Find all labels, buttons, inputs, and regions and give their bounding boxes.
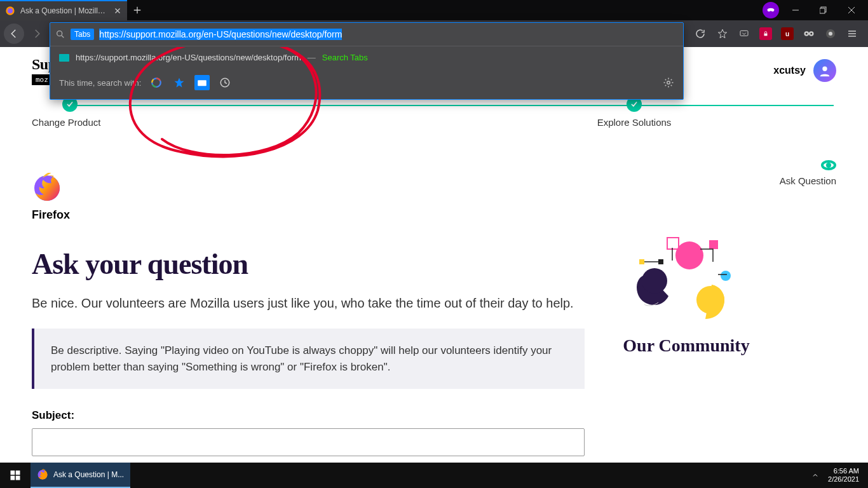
svg-point-22 <box>642 268 667 294</box>
svg-point-21 <box>675 241 703 269</box>
step-change-product[interactable]: Change Product <box>32 97 585 135</box>
svg-rect-10 <box>764 34 768 36</box>
new-tab-button[interactable] <box>127 0 147 20</box>
bookmark-star-icon[interactable] <box>713 24 732 43</box>
pocket-icon[interactable] <box>735 24 754 43</box>
url-bar-dropdown: Tabs https://support.mozilla.org/en-US/q… <box>50 22 684 100</box>
suggestion-action: Search Tabs <box>322 53 368 62</box>
window-controls <box>763 1 868 19</box>
step-explore-solutions[interactable]: Explore Solutions <box>597 97 672 135</box>
community-illustration <box>623 236 750 325</box>
system-clock[interactable]: 6:56 AM 2/26/2021 <box>823 467 864 484</box>
product-name: Firefox <box>32 208 585 222</box>
svg-point-24 <box>721 271 731 281</box>
system-tray: 6:56 AM 2/26/2021 <box>811 467 868 484</box>
firefox-product-icon <box>32 173 62 203</box>
page-subtitle: Be nice. Our volunteers are Mozilla user… <box>32 296 585 311</box>
search-icon <box>55 29 65 39</box>
svg-rect-27 <box>11 471 15 475</box>
window-titlebar: Ask a Question | Mozilla Suppo <box>0 0 868 20</box>
svg-point-13 <box>806 33 808 35</box>
extension-ublock-icon[interactable]: u <box>778 24 797 43</box>
svg-rect-3 <box>820 8 825 13</box>
reload-button[interactable] <box>690 24 710 44</box>
tabs-search-icon[interactable] <box>194 75 210 90</box>
start-button[interactable] <box>0 463 31 488</box>
svg-point-8 <box>667 81 670 85</box>
minimize-button[interactable] <box>784 1 807 19</box>
forward-button[interactable] <box>27 24 47 44</box>
svg-rect-30 <box>16 476 20 480</box>
maximize-button[interactable] <box>812 1 835 19</box>
subject-input[interactable] <box>32 428 585 456</box>
page-heading: Ask your question <box>32 247 585 281</box>
svg-point-23 <box>696 286 724 314</box>
browser-toolbar: Tabs https://support.mozilla.org/en-US/q… <box>0 20 868 47</box>
extension-eyes-icon[interactable] <box>799 24 818 43</box>
progress-tracker: Change Product Explore Solutions Ask Que… <box>32 97 836 135</box>
taskbar-app-label: Ask a Question | M... <box>53 470 124 479</box>
user-menu[interactable]: xcutsy <box>773 59 836 82</box>
svg-rect-20 <box>709 240 718 249</box>
svg-rect-9 <box>740 30 748 36</box>
svg-point-16 <box>829 32 832 36</box>
username: xcutsy <box>773 65 806 76</box>
search-engine-row: This time, search with: <box>50 69 683 99</box>
search-settings-icon[interactable] <box>663 77 674 88</box>
url-input[interactable]: https://support.mozilla.org/en-US/questi… <box>99 29 678 39</box>
suggestion-text: https://support.mozilla.org/en-US/questi… <box>76 53 301 62</box>
search-with-label: This time, search with: <box>59 78 141 88</box>
page-content: Support moz://a xcutsy Change Product Ex… <box>0 47 868 463</box>
firefox-favicon-icon <box>5 6 15 16</box>
svg-rect-28 <box>16 471 20 475</box>
history-search-icon[interactable] <box>217 75 233 90</box>
svg-point-1 <box>8 8 13 13</box>
tab-title: Ask a Question | Mozilla Suppo <box>20 6 108 15</box>
descriptive-callout: Be descriptive. Saying "Playing video on… <box>32 329 585 389</box>
avatar-icon <box>813 59 836 82</box>
bookmarks-search-icon[interactable] <box>172 75 187 90</box>
windows-taskbar: Ask a Question | M... 6:56 AM 2/26/2021 <box>0 463 868 488</box>
back-button[interactable] <box>4 24 24 44</box>
private-browsing-icon <box>763 2 779 18</box>
community-title: Our Community <box>610 336 763 356</box>
step-ask-question: Ask Question <box>684 97 836 160</box>
extension-lock-icon[interactable] <box>756 24 775 43</box>
tab-suggestion-icon <box>59 54 69 62</box>
svg-point-14 <box>810 33 812 35</box>
svg-rect-19 <box>667 238 679 249</box>
svg-rect-6 <box>198 80 207 86</box>
search-mode-chip[interactable]: Tabs <box>71 29 94 40</box>
taskbar-app-firefox[interactable]: Ask a Question | M... <box>31 463 130 488</box>
menu-button[interactable] <box>843 24 862 43</box>
svg-rect-26 <box>658 259 663 264</box>
extension-icon[interactable] <box>821 24 840 43</box>
tray-chevron-icon[interactable] <box>811 471 819 479</box>
url-suggestion[interactable]: https://support.mozilla.org/en-US/questi… <box>50 46 683 69</box>
svg-point-17 <box>822 67 827 71</box>
svg-rect-25 <box>639 259 644 264</box>
svg-rect-29 <box>11 476 15 480</box>
subject-label: Subject: <box>32 409 585 422</box>
close-window-button[interactable] <box>840 1 863 19</box>
browser-tab[interactable]: Ask a Question | Mozilla Suppo <box>0 0 127 20</box>
tab-close-icon[interactable] <box>113 6 122 15</box>
google-search-icon[interactable] <box>149 75 164 90</box>
toolbar-actions: u <box>713 24 864 43</box>
svg-point-4 <box>57 31 62 36</box>
